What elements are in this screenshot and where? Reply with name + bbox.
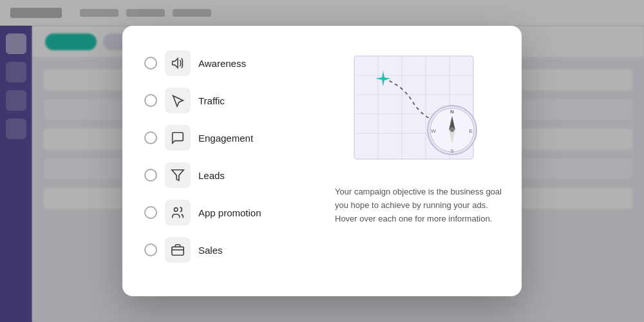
option-sales[interactable]: Sales xyxy=(142,233,322,267)
sales-icon-wrap xyxy=(165,237,191,263)
engagement-icon-wrap xyxy=(165,125,191,151)
radio-leads[interactable] xyxy=(144,169,157,182)
radio-sales[interactable] xyxy=(144,243,157,256)
filter-icon xyxy=(171,168,185,182)
svg-text:E: E xyxy=(469,128,472,134)
svg-point-17 xyxy=(450,128,454,132)
option-leads-label: Leads xyxy=(198,170,225,181)
svg-text:S: S xyxy=(450,148,453,154)
option-sales-label: Sales xyxy=(198,245,223,256)
radio-app-promotion[interactable] xyxy=(144,206,157,219)
radio-engagement[interactable] xyxy=(144,131,157,144)
option-engagement[interactable]: Engagement xyxy=(142,121,322,155)
option-engagement-label: Engagement xyxy=(198,133,253,144)
option-awareness-label: Awareness xyxy=(198,58,246,69)
leads-icon-wrap xyxy=(165,162,191,188)
svg-rect-2 xyxy=(172,247,184,255)
radio-traffic[interactable] xyxy=(144,94,157,107)
option-app-promotion-label: App promotion xyxy=(198,207,261,218)
svg-marker-0 xyxy=(172,170,184,181)
people-icon xyxy=(171,205,185,220)
option-leads[interactable]: Leads xyxy=(142,158,322,192)
app-promotion-icon-wrap xyxy=(165,200,191,225)
options-list: Awareness Traffic Engagement xyxy=(142,46,322,276)
briefcase-icon xyxy=(171,243,185,257)
modal-description: Your campaign objective is the business … xyxy=(335,185,502,225)
traffic-icon-wrap xyxy=(165,88,191,113)
option-app-promotion[interactable]: App promotion xyxy=(142,196,322,229)
svg-point-1 xyxy=(175,208,178,212)
awareness-icon-wrap xyxy=(165,50,191,76)
radio-awareness[interactable] xyxy=(144,57,157,70)
option-traffic[interactable]: Traffic xyxy=(142,84,322,117)
modal-right-panel: N S E W Your campaign objective is the b… xyxy=(335,46,502,276)
chat-icon xyxy=(171,131,185,145)
campaign-objective-modal: Awareness Traffic Engagement xyxy=(122,26,522,296)
map-illustration: N S E W xyxy=(341,46,496,175)
option-awareness[interactable]: Awareness xyxy=(142,46,322,80)
svg-text:N: N xyxy=(450,109,454,115)
svg-text:W: W xyxy=(431,128,436,134)
cursor-icon xyxy=(171,93,185,108)
option-traffic-label: Traffic xyxy=(198,95,225,106)
megaphone-icon xyxy=(171,56,185,70)
